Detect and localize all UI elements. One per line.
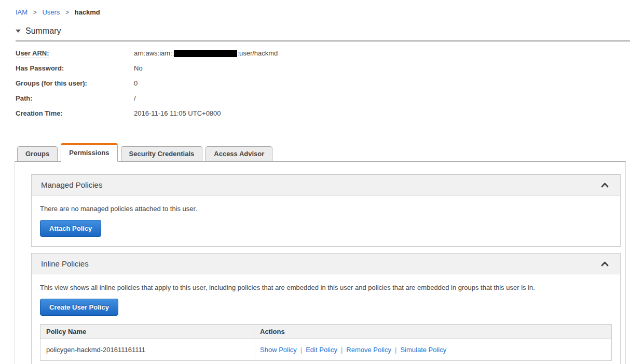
- tab-security-credentials[interactable]: Security Credentials: [121, 146, 203, 162]
- field-row-user-arn: User ARN: arn:aws:iam:::user/hackmd: [16, 50, 630, 57]
- show-policy-link[interactable]: Show Policy: [260, 346, 297, 354]
- breadcrumb-link-users[interactable]: Users: [42, 8, 60, 16]
- managed-policies-collapse-toggle[interactable]: [599, 180, 611, 190]
- managed-policies-body: There are no managed policies attached t…: [32, 195, 620, 246]
- permissions-tab-panel: Managed Policies There are no managed po…: [15, 161, 626, 364]
- breadcrumb-separator: >: [33, 9, 37, 16]
- arn-prefix: arn:aws:iam::: [134, 49, 174, 57]
- field-label-has-password: Has Password:: [16, 65, 134, 72]
- managed-policies-empty-text: There are no managed policies attached t…: [40, 205, 612, 213]
- field-value-user-arn: arn:aws:iam:::user/hackmd: [134, 50, 278, 57]
- managed-policies-title: Managed Policies: [41, 180, 102, 189]
- field-row-path: Path: /: [16, 95, 630, 102]
- tab-permissions[interactable]: Permissions: [61, 143, 117, 162]
- inline-policies-collapse-toggle[interactable]: [599, 259, 611, 269]
- arn-suffix: :user/hackmd: [237, 49, 278, 57]
- summary-divider: [16, 40, 630, 41]
- field-row-creation-time: Creation Time: 2016-11-16 11:05 UTC+0800: [16, 110, 630, 117]
- field-label-groups: Groups (for this user):: [16, 80, 134, 87]
- actions-separator: |: [341, 346, 343, 354]
- inline-policies-description: This view shows all inline policies that…: [40, 284, 612, 291]
- redaction-box: [174, 50, 237, 57]
- field-label-path: Path:: [16, 95, 134, 102]
- inline-policies-header: Inline Policies: [32, 254, 620, 274]
- create-user-policy-button[interactable]: Create User Policy: [40, 299, 118, 316]
- tab-bar: Groups Permissions Security Credentials …: [17, 143, 630, 162]
- field-value-has-password: No: [134, 65, 143, 72]
- summary-title: Summary: [25, 26, 61, 36]
- breadcrumb: IAM > Users > hackmd: [16, 8, 630, 16]
- managed-policies-header: Managed Policies: [32, 175, 620, 195]
- field-value-creation-time: 2016-11-16 11:05 UTC+0800: [134, 110, 221, 117]
- breadcrumb-separator: >: [65, 9, 69, 16]
- column-header-policy-name: Policy Name: [40, 325, 254, 339]
- field-row-groups: Groups (for this user): 0: [16, 80, 630, 87]
- breadcrumb-current-user: hackmd: [75, 8, 100, 16]
- summary-collapse-header[interactable]: Summary: [16, 26, 83, 36]
- breadcrumb-link-iam[interactable]: IAM: [16, 8, 28, 16]
- policy-actions-cell: Show Policy|Edit Policy|Remove Policy|Si…: [254, 339, 612, 361]
- field-label-user-arn: User ARN:: [16, 50, 134, 57]
- field-label-creation-time: Creation Time:: [16, 110, 134, 117]
- field-row-has-password: Has Password: No: [16, 65, 630, 72]
- field-value-groups: 0: [134, 80, 138, 87]
- column-header-actions: Actions: [254, 325, 612, 339]
- inline-policies-body: This view shows all inline policies that…: [32, 274, 620, 364]
- inline-policies-title: Inline Policies: [41, 259, 89, 268]
- edit-policy-link[interactable]: Edit Policy: [306, 346, 337, 354]
- remove-policy-link[interactable]: Remove Policy: [346, 346, 391, 354]
- actions-separator: |: [395, 346, 396, 354]
- policy-name-cell: policygen-hackmd-201611161111: [40, 339, 254, 361]
- caret-down-icon: [16, 30, 21, 33]
- managed-policies-section: Managed Policies There are no managed po…: [31, 174, 621, 247]
- simulate-policy-link[interactable]: Simulate Policy: [400, 346, 446, 354]
- inline-policies-section: Inline Policies This view shows all inli…: [31, 253, 621, 364]
- inline-policies-table: Policy Name Actions policygen-hackmd-201…: [40, 324, 612, 361]
- chevron-up-icon: [601, 183, 609, 188]
- attach-policy-button[interactable]: Attach Policy: [40, 220, 101, 237]
- table-row: policygen-hackmd-201611161111 Show Polic…: [40, 339, 612, 361]
- summary-fields: User ARN: arn:aws:iam:::user/hackmd Has …: [16, 50, 630, 117]
- field-value-path: /: [134, 95, 136, 102]
- actions-separator: |: [300, 346, 302, 354]
- tab-groups[interactable]: Groups: [17, 146, 58, 162]
- chevron-up-icon: [601, 261, 609, 267]
- table-header-row: Policy Name Actions: [40, 325, 612, 339]
- tab-access-advisor[interactable]: Access Advisor: [206, 146, 272, 162]
